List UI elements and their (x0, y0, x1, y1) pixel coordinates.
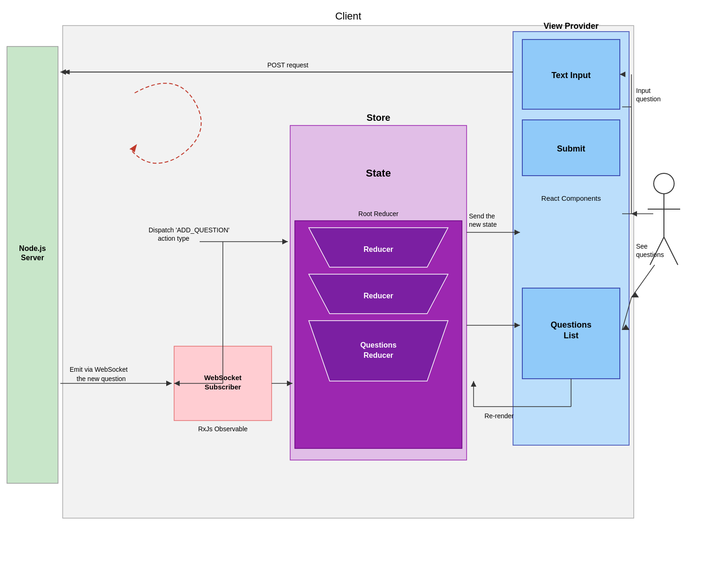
svg-text:List: List (564, 331, 578, 340)
svg-marker-41 (471, 381, 476, 387)
svg-text:Reducer: Reducer (364, 351, 393, 359)
reducer2-label: Reducer (364, 292, 393, 300)
svg-marker-21 (282, 239, 288, 244)
store-label: Store (366, 112, 390, 123)
svg-point-47 (654, 173, 674, 194)
svg-line-51 (664, 237, 678, 265)
svg-rect-0 (63, 26, 634, 518)
reducer1-label: Reducer (364, 245, 393, 253)
svg-marker-19 (130, 144, 137, 152)
svg-marker-43 (166, 381, 172, 386)
svg-rect-5 (522, 120, 620, 176)
questions-reducer-label: Questions (360, 341, 396, 349)
svg-marker-25 (174, 381, 180, 386)
svg-rect-3 (513, 32, 629, 445)
svg-marker-30 (514, 322, 520, 328)
svg-text:action type: action type (158, 235, 189, 242)
state-label: State (366, 167, 391, 179)
svg-line-56 (622, 297, 631, 330)
svg-line-54 (631, 265, 655, 297)
svg-marker-57 (622, 324, 630, 330)
svg-rect-9 (295, 221, 462, 448)
react-components-label: React Components (541, 194, 601, 202)
svg-text:question: question (636, 95, 661, 103)
emit-websocket-label: Emit via WebSocket (70, 366, 128, 373)
websocket-label: WebSocket (204, 374, 242, 382)
svg-marker-12 (309, 321, 448, 381)
view-provider-label: View Provider (544, 21, 599, 31)
post-request-label: POST request (267, 61, 309, 69)
rxjs-label: RxJs Observable (198, 425, 248, 433)
svg-line-50 (650, 237, 664, 265)
svg-marker-11 (309, 274, 448, 314)
svg-text:the new question: the new question (77, 375, 126, 382)
svg-marker-34 (620, 72, 625, 77)
text-input-label: Text Input (552, 71, 591, 80)
svg-rect-6 (522, 288, 620, 379)
svg-marker-46 (287, 381, 292, 386)
send-state-label: Send the (469, 212, 495, 220)
see-questions-label: See (636, 243, 648, 250)
root-reducer-label: Root Reducer (358, 210, 399, 217)
svg-rect-1 (7, 46, 58, 483)
svg-marker-27 (514, 230, 520, 235)
rerender-label: Re-render (484, 412, 514, 420)
svg-rect-4 (522, 39, 620, 109)
svg-rect-14 (174, 346, 272, 421)
svg-marker-10 (309, 228, 448, 267)
questions-list-label: Questions (551, 320, 592, 329)
svg-text:Subscriber: Subscriber (205, 383, 241, 391)
svg-marker-55 (631, 292, 639, 297)
nodejs-label: Node.js (19, 244, 46, 252)
client-label: Client (335, 10, 361, 22)
svg-text:new state: new state (469, 221, 497, 228)
input-question-label: Input (636, 87, 650, 94)
svg-marker-18 (60, 69, 66, 75)
svg-marker-53 (631, 211, 637, 217)
svg-rect-8 (290, 125, 467, 460)
dispatch-label: Dispatch 'ADD_QUESTION' (149, 226, 229, 234)
submit-label: Submit (557, 144, 585, 153)
svg-text:questions: questions (636, 251, 664, 258)
svg-text:Server: Server (21, 254, 44, 262)
